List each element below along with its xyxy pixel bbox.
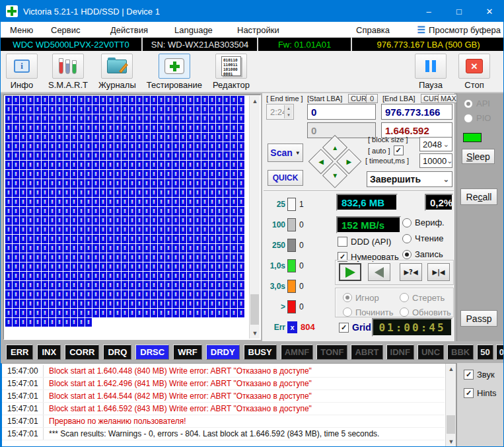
menu-item-справка[interactable]: Справка xyxy=(353,22,392,38)
error-block-cell: ! xyxy=(78,216,85,225)
on-end-action-combo[interactable]: Завершить⌄ xyxy=(367,171,452,187)
timeout-combo[interactable]: 10000⌄ xyxy=(419,153,452,168)
info-toolbar-button[interactable]: iИнфо xyxy=(6,54,38,90)
activity-led xyxy=(463,133,482,142)
error-block-cell: ! xyxy=(136,263,143,271)
map-scroll-up-icon[interactable]: ▲ xyxy=(250,96,260,106)
error-block-cell: ! xyxy=(100,151,106,160)
error-block-cell: ! xyxy=(172,179,179,188)
pause-button[interactable]: Пауза xyxy=(415,54,447,90)
error-block-cell: ! xyxy=(238,300,244,308)
to-end-button[interactable]: ▶|◀ xyxy=(427,263,450,281)
start-lba-input[interactable]: 0 xyxy=(307,104,376,120)
error-block-cell: ! xyxy=(107,105,114,114)
error-block-cell: ! xyxy=(201,235,208,243)
error-block-cell: ! xyxy=(13,263,19,271)
grid-checkbox[interactable]: ✓ Grid xyxy=(339,322,371,333)
menu-item-меню[interactable]: Меню xyxy=(7,22,36,38)
error-block-cell: ! xyxy=(158,124,164,132)
sleep-button[interactable]: Sleep xyxy=(462,149,495,164)
editor-toolbar-button[interactable]: 0101101100111010000001Редактор xyxy=(213,54,250,90)
error-block-cell: ! xyxy=(165,281,172,290)
error-block-cell: ! xyxy=(187,253,194,262)
smart-toolbar-button[interactable]: S.M.A.R.T xyxy=(48,54,88,90)
error-block-cell: ! xyxy=(231,253,237,262)
error-block-cell: ! xyxy=(209,124,215,132)
mode-radio-[interactable]: Вериф. xyxy=(402,218,445,227)
end-time-spinner[interactable]: 2:24 ▲▼ xyxy=(266,104,294,120)
error-block-cell: ! xyxy=(223,290,230,299)
sound-checkbox-box[interactable]: ✓ xyxy=(464,370,474,380)
buffer-view-label: Просмотр буфера xyxy=(429,25,501,35)
menu-item-сервис[interactable]: Сервис xyxy=(48,22,83,38)
map-scroll-down-icon[interactable]: ▼ xyxy=(250,328,260,339)
log-scroll-up-icon[interactable]: ▲ xyxy=(446,364,456,374)
scan-button[interactable]: Scan ▼ xyxy=(268,143,303,162)
error-block-cell: ! xyxy=(114,263,121,271)
stop-button[interactable]: ✕ Стоп xyxy=(458,54,490,90)
recall-button[interactable]: Recall xyxy=(460,188,497,205)
error-block-cell: ! xyxy=(216,179,223,188)
api-radio-dot xyxy=(464,99,473,108)
back-button[interactable] xyxy=(368,263,390,281)
logs-toolbar-button[interactable]: Журналы xyxy=(98,54,136,90)
ddd-checkbox-box[interactable] xyxy=(338,237,347,247)
radio-dot[interactable] xyxy=(402,234,412,243)
menu-item-language[interactable]: Language xyxy=(172,22,215,38)
mode-radio-[interactable]: Запись xyxy=(402,249,445,259)
error-block-cell: ! xyxy=(34,300,41,308)
sound-checkbox[interactable]: ✓ Звук xyxy=(464,370,495,380)
log-scroll-down-icon[interactable]: ▼ xyxy=(446,436,456,447)
error-block-cell: ! xyxy=(56,124,63,132)
error-block-cell: ! xyxy=(20,225,26,234)
error-block-cell: ! xyxy=(216,253,223,262)
quick-button[interactable]: QUICK xyxy=(268,170,303,186)
auto-checkbox[interactable]: [ auto ] ✓ xyxy=(368,145,404,155)
error-block-cell: ! xyxy=(63,253,70,262)
spinner-arrows-icon[interactable]: ▲▼ xyxy=(284,105,293,118)
map-scroll-thumb[interactable] xyxy=(250,294,259,325)
start-scan-button[interactable] xyxy=(339,263,361,281)
error-block-cell: ! xyxy=(34,188,41,197)
hints-checkbox-box[interactable]: ✓ xyxy=(464,388,474,398)
error-block-cell: ! xyxy=(151,272,157,280)
error-block-cell: ! xyxy=(216,272,223,280)
error-block-cell: ! xyxy=(165,142,172,151)
log-separator xyxy=(43,378,44,389)
grid-checkbox-box[interactable]: ✓ xyxy=(339,323,349,333)
start-lba-zero-button[interactable]: 0 xyxy=(366,94,378,103)
to-end-icon: ▶|◀ xyxy=(432,268,445,276)
timing-legend: 251100025001,0s03,0s0>0Errx804 xyxy=(265,194,331,337)
menu-item-настройки[interactable]: Настройки xyxy=(234,22,282,38)
hints-checkbox[interactable]: ✓ Hints xyxy=(464,388,497,398)
log-scrollbar[interactable]: ▲ ▼ xyxy=(445,364,456,447)
chevron-down-icon: ⌄ xyxy=(447,157,452,165)
end-lba-input[interactable]: 976.773.166 xyxy=(381,104,452,120)
buffer-view-button[interactable]: ☰ Просмотр буфера xyxy=(417,22,501,38)
error-block-cell: ! xyxy=(56,179,63,188)
passp-button[interactable]: Passp xyxy=(460,310,497,327)
error-block-cell: ! xyxy=(114,253,121,262)
log-scroll-thumb[interactable] xyxy=(447,415,455,434)
radio-dot[interactable] xyxy=(402,250,412,259)
scan-question-button[interactable]: ▶?◀ xyxy=(400,263,422,281)
menu-item-действия[interactable]: Действия xyxy=(108,22,151,38)
map-scrollbar[interactable]: ▲ ▼ xyxy=(249,96,260,339)
error-block-cell: ! xyxy=(216,198,223,206)
mode-radio-[interactable]: Чтение xyxy=(402,233,445,243)
block-size-combo[interactable]: 2048⌄ xyxy=(419,137,452,151)
error-block-cell: ! xyxy=(194,207,201,216)
auto-checkbox-box[interactable]: ✓ xyxy=(394,145,404,155)
error-block-cell: ! xyxy=(223,105,230,114)
error-block-cell: ! xyxy=(100,244,106,253)
maximize-button[interactable]: □ xyxy=(444,1,474,22)
minimize-button[interactable]: – xyxy=(414,1,444,22)
error-block-cell: ! xyxy=(172,281,179,290)
ddd-api-checkbox[interactable]: DDD (API) xyxy=(338,237,391,247)
radio-dot[interactable] xyxy=(402,218,412,227)
error-block-cell: ! xyxy=(136,198,143,206)
error-block-cell: ! xyxy=(165,253,172,262)
error-block-cell: ! xyxy=(223,225,230,234)
test-toolbar-button[interactable]: Тестирование xyxy=(147,54,202,90)
close-button[interactable]: ✕ xyxy=(474,1,504,22)
